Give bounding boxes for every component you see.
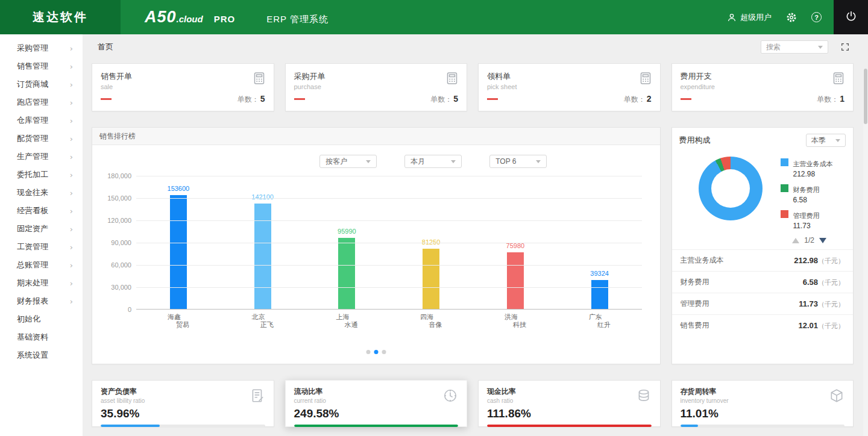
- metric-card[interactable]: 存货周转率 inventory turnover 11.01%: [671, 380, 854, 427]
- sidebar-item[interactable]: 经营看板 ›: [0, 202, 83, 220]
- chevron-right-icon: ›: [70, 134, 73, 143]
- sidebar-item-label: 委托加工: [17, 169, 48, 180]
- sidebar-item[interactable]: 初始化 ›: [0, 310, 83, 328]
- sidebar-item[interactable]: 生产管理 ›: [0, 148, 83, 166]
- logo[interactable]: 速达软件: [0, 0, 121, 34]
- sidebar-item[interactable]: 销售管理 ›: [0, 57, 83, 75]
- stat-card[interactable]: 领料单 pick sheet 单数：2: [478, 63, 661, 111]
- sidebar-item[interactable]: 仓库管理 ›: [0, 111, 83, 129]
- expense-unit: （千元）: [818, 279, 844, 286]
- gear-icon[interactable]: [786, 12, 797, 23]
- calculator-icon: [252, 71, 266, 88]
- legend-swatch: [781, 210, 788, 218]
- stat-title: 采购开单: [294, 71, 459, 82]
- breadcrumb-bar: 首页 搜索: [83, 34, 868, 54]
- gridline: [136, 243, 642, 243]
- chevron-right-icon: ›: [70, 44, 73, 53]
- sidebar-item[interactable]: 基础资料 ›: [0, 328, 83, 346]
- bar: [591, 280, 608, 309]
- stat-card[interactable]: 销售开单 sale 单数：5: [92, 63, 274, 111]
- sidebar-item[interactable]: 采购管理 ›: [0, 39, 83, 57]
- sidebar-item-label: 固定资产: [17, 223, 48, 234]
- sidebar-item[interactable]: 期末处理 ›: [0, 274, 83, 292]
- sidebar-item[interactable]: 固定资产 ›: [0, 220, 83, 238]
- sidebar-item[interactable]: 财务报表 ›: [0, 292, 83, 310]
- page-up-icon[interactable]: [792, 238, 799, 243]
- metric-subtitle: current ratio: [294, 397, 459, 404]
- stat-title: 领料单: [487, 71, 652, 82]
- accent-dash: [487, 98, 498, 100]
- gridline: [136, 176, 642, 176]
- sidebar-item[interactable]: 委托加工 ›: [0, 166, 83, 184]
- sidebar-item[interactable]: 现金往来 ›: [0, 184, 83, 202]
- legend-swatch: [781, 158, 788, 166]
- stat-card[interactable]: 费用开支 expenditure 单数：1: [671, 63, 854, 111]
- filter-select-value: TOP 6: [495, 157, 516, 166]
- period-select[interactable]: 本季: [806, 134, 846, 147]
- bar-category-label: 广东红升: [558, 309, 642, 329]
- product-suffix: .cloud: [177, 14, 203, 24]
- panel-title: 费用构成: [679, 135, 711, 146]
- stat-subtitle: pick sheet: [487, 83, 652, 90]
- expense-row: 主营业务成本 212.98（千元）: [672, 249, 854, 271]
- power-button[interactable]: [834, 0, 868, 34]
- user-menu[interactable]: 超级用户: [727, 12, 772, 23]
- expense-name: 主营业务成本: [681, 255, 724, 266]
- sidebar-item[interactable]: 订货商城 ›: [0, 75, 83, 93]
- bar-value-label: 153600: [168, 185, 190, 192]
- metric-cards-row: 资产负债率 asset libility ratio 35.96% 流动比率 c…: [92, 380, 854, 427]
- bar-category-label: 海鑫贸易: [136, 309, 221, 329]
- metric-card[interactable]: 现金比率 cash ratio 111.86%: [478, 380, 661, 427]
- sidebar: 采购管理 › 销售管理 › 订货商城 › 跑店管理 › 仓库管理 › 配货管理 …: [0, 34, 83, 436]
- metric-progress-fill: [681, 425, 699, 427]
- search-placeholder: 搜索: [766, 42, 781, 52]
- page-down-icon[interactable]: [819, 238, 826, 243]
- metric-card[interactable]: 资产负债率 asset libility ratio 35.96%: [92, 380, 274, 427]
- sidebar-item[interactable]: 工资管理 ›: [0, 238, 83, 256]
- stat-subtitle: purchase: [294, 83, 459, 90]
- bar-category-label: 上海水通: [305, 309, 389, 329]
- metric-card[interactable]: 流动比率 current ratio 249.58%: [285, 380, 468, 427]
- sidebar-item[interactable]: 系统设置 ›: [0, 346, 83, 364]
- stat-card[interactable]: 采购开单 purchase 单数：5: [285, 63, 468, 111]
- metric-value: 111.86%: [487, 407, 652, 420]
- bar-chart: 153600 海鑫贸易 142100 北京正飞 95990 上海水通 81250…: [136, 176, 642, 310]
- filter-select[interactable]: 本月: [404, 155, 462, 168]
- help-icon[interactable]: ?: [811, 12, 822, 22]
- y-axis-tick-label: 60,000: [96, 261, 131, 269]
- stat-cards-row: 销售开单 sale 单数：5 采购开单 purchase 单数：5 领料单 pi…: [92, 63, 854, 111]
- bar-category-label: 洪海科技: [473, 309, 558, 329]
- expense-value: 12.01（千元）: [798, 321, 844, 331]
- calculator-icon: [638, 71, 653, 88]
- expense-name: 销售费用: [681, 320, 709, 331]
- stat-subtitle: expenditure: [681, 83, 845, 90]
- sidebar-item[interactable]: 总账管理 ›: [0, 256, 83, 274]
- sidebar-item-label: 系统设置: [17, 350, 48, 361]
- legend-value: 212.98: [793, 170, 833, 178]
- metric-progress-track: [487, 425, 652, 427]
- fullscreen-icon[interactable]: [840, 42, 850, 52]
- bar: [170, 195, 187, 309]
- panel-title: 销售排行榜: [92, 128, 660, 145]
- header-actions: 超级用户 ?: [727, 12, 834, 23]
- donut-legend: 主营业务成本212.98 财务费用6.58 管理费用11.73: [781, 158, 833, 235]
- breadcrumb-home[interactable]: 首页: [98, 42, 113, 52]
- chevron-down-icon: [835, 139, 840, 142]
- carousel-dot[interactable]: [374, 350, 378, 354]
- chevron-right-icon: ›: [70, 152, 73, 161]
- filter-select[interactable]: TOP 6: [489, 155, 547, 168]
- sidebar-item[interactable]: 配货管理 ›: [0, 129, 83, 148]
- chevron-right-icon: ›: [70, 225, 73, 234]
- carousel-dot[interactable]: [366, 350, 370, 354]
- sidebar-item[interactable]: 跑店管理 ›: [0, 93, 83, 111]
- bar: [423, 249, 439, 309]
- filter-select[interactable]: 按客户: [319, 155, 377, 168]
- expense-unit: （千元）: [818, 257, 844, 264]
- chevron-right-icon: ›: [70, 243, 73, 252]
- carousel-dot[interactable]: [382, 350, 386, 354]
- metric-title: 流动比率: [294, 387, 459, 397]
- gridline: [136, 287, 642, 288]
- search-select[interactable]: 搜索: [761, 40, 828, 54]
- report-icon: [250, 388, 265, 406]
- scrollbar-thumb[interactable]: [864, 69, 867, 124]
